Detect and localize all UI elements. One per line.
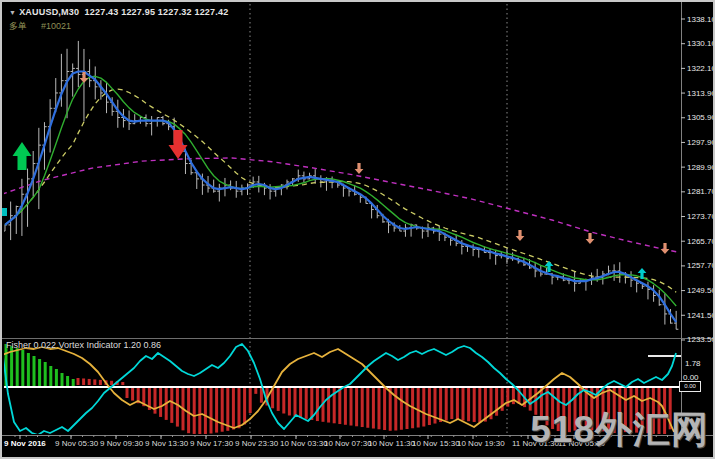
price-axis-label: 1297.90: [687, 138, 715, 147]
ohlc-values: 1227.43 1227.95 1227.32 1227.42: [85, 7, 229, 17]
price-axis-label: 1265.70: [687, 237, 715, 246]
order-label: 多单: [9, 21, 27, 31]
indicator-values: Fisher 0.022 Vortex Indicator 1.20 0.86: [6, 340, 161, 350]
price-axis-label: 1249.50: [687, 286, 715, 295]
time-axis-label: 9 Nov 23:30: [235, 439, 278, 448]
price-axis-label: 1289.90: [687, 163, 715, 172]
symbol-period: XAUUSD,M30: [19, 7, 79, 17]
time-axis-label: 10 Nov 03:30: [280, 439, 328, 448]
mt4-chart-window: ▼XAUUSD,M30 1227.43 1227.95 1227.32 1227…: [0, 0, 715, 459]
price-axis-label: 1233.50: [687, 335, 715, 344]
time-axis-label: 9 Nov 13:30: [145, 439, 188, 448]
indicator-scale-top: 1.78: [685, 359, 701, 368]
time-axis-label: 10 Nov 07:30: [324, 439, 372, 448]
price-axis-label: 1281.70: [687, 187, 715, 196]
chart-title: ▼XAUUSD,M30 1227.43 1227.95 1227.32 1227…: [9, 7, 228, 17]
order-comment: 多单#10021: [9, 20, 71, 33]
time-axis-label: 9 Nov 17:30: [190, 439, 233, 448]
time-axis-label: 10 Nov 19:30: [457, 439, 505, 448]
price-axis-label: 1330.10: [687, 39, 715, 48]
time-axis-label: 10 Nov 11:30: [368, 439, 415, 448]
price-axis-label: 1338.10: [687, 15, 715, 24]
order-number: #10021: [41, 21, 71, 31]
time-axis-label: 10 Nov 15:30: [412, 439, 460, 448]
time-axis-label: 9 Nov 09:30: [100, 439, 143, 448]
price-axis-label: 1257.70: [687, 261, 715, 270]
chevron-down-icon[interactable]: ▼: [9, 9, 16, 16]
price-axis-label: 1322.10: [687, 64, 715, 73]
time-axis-label: 9 Nov 05:30: [55, 439, 98, 448]
price-axis-label: 1273.70: [687, 212, 715, 221]
price-axis-label: 1313.90: [687, 89, 715, 98]
indicator-value-box: 0.00: [679, 381, 701, 392]
watermark: 518外汇网: [530, 405, 709, 455]
price-axis-label: 1305.90: [687, 113, 715, 122]
chart-canvas[interactable]: [2, 2, 715, 459]
time-axis-label: 9 Nov 2016: [4, 439, 46, 448]
price-axis-label: 1241.50: [687, 311, 715, 320]
